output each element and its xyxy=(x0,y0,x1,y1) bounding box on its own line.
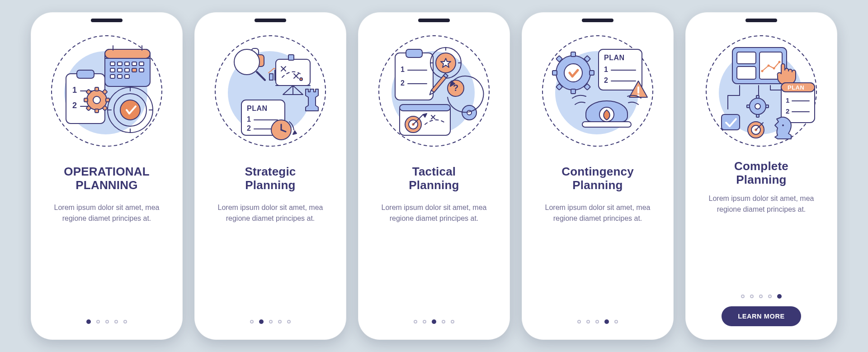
screen-title: OPERATIONAL PLANNING xyxy=(64,165,150,192)
page-dot-3[interactable] xyxy=(595,320,599,323)
onboarding-screen-tactical: Tactical Planning Lorem ipsum dolor sit … xyxy=(358,12,510,340)
contingency-illustration xyxy=(539,32,656,150)
page-dot-2[interactable] xyxy=(750,295,754,298)
tactical-illustration xyxy=(375,32,493,150)
page-dot-3[interactable] xyxy=(759,295,763,298)
page-dot-4[interactable] xyxy=(768,295,772,298)
page-dot-4[interactable] xyxy=(278,320,282,323)
page-dot-1[interactable] xyxy=(741,295,745,298)
onboarding-carousel: OPERATIONAL PLANNING Lorem ipsum dolor s… xyxy=(0,0,868,352)
page-dot-2[interactable] xyxy=(423,320,426,323)
screen-title: Contingency Planning xyxy=(561,165,634,192)
page-dot-4[interactable] xyxy=(442,320,445,323)
page-indicator xyxy=(250,317,291,326)
complete-illustration xyxy=(703,32,820,150)
page-dot-1[interactable] xyxy=(250,320,254,323)
page-indicator xyxy=(86,317,127,326)
page-dot-5[interactable] xyxy=(123,320,127,323)
screen-body-text: Lorem ipsum dolor sit amet, mea regione … xyxy=(212,202,329,224)
page-dot-2[interactable] xyxy=(259,319,264,324)
onboarding-screen-contingency: Contingency Planning Lorem ipsum dolor s… xyxy=(522,12,674,340)
page-dot-5[interactable] xyxy=(287,320,291,323)
strategic-illustration xyxy=(212,32,329,150)
page-dot-2[interactable] xyxy=(586,320,590,323)
page-dot-5[interactable] xyxy=(451,320,454,323)
operational-illustration xyxy=(48,32,165,150)
screen-title: Strategic Planning xyxy=(245,165,296,192)
page-dot-5[interactable] xyxy=(614,320,618,323)
page-indicator xyxy=(741,292,782,301)
page-dot-4[interactable] xyxy=(604,319,609,324)
screen-body-text: Lorem ipsum dolor sit amet, mea regione … xyxy=(48,202,165,224)
page-dot-3[interactable] xyxy=(105,320,109,323)
page-dot-5[interactable] xyxy=(777,294,782,299)
page-dot-4[interactable] xyxy=(114,320,118,323)
page-indicator xyxy=(414,317,454,326)
learn-more-button[interactable]: LEARN MORE xyxy=(722,306,801,326)
screen-title: Complete Planning xyxy=(734,160,788,187)
onboarding-screen-complete: Complete Planning Lorem ipsum dolor sit … xyxy=(685,12,837,340)
page-dot-1[interactable] xyxy=(577,320,581,323)
screen-title: Tactical Planning xyxy=(409,165,459,192)
screen-body-text: Lorem ipsum dolor sit amet, mea regione … xyxy=(539,202,656,224)
page-dot-3[interactable] xyxy=(432,319,436,324)
page-dot-1[interactable] xyxy=(414,320,417,323)
page-dot-2[interactable] xyxy=(96,320,100,323)
onboarding-screen-strategic: Strategic Planning Lorem ipsum dolor sit… xyxy=(194,12,346,340)
onboarding-screen-operational: OPERATIONAL PLANNING Lorem ipsum dolor s… xyxy=(31,12,183,340)
screen-body-text: Lorem ipsum dolor sit amet, mea regione … xyxy=(375,202,493,224)
screen-body-text: Lorem ipsum dolor sit amet, mea regione … xyxy=(703,193,820,215)
page-indicator xyxy=(577,317,618,326)
page-dot-3[interactable] xyxy=(269,320,273,323)
page-dot-1[interactable] xyxy=(86,319,91,324)
